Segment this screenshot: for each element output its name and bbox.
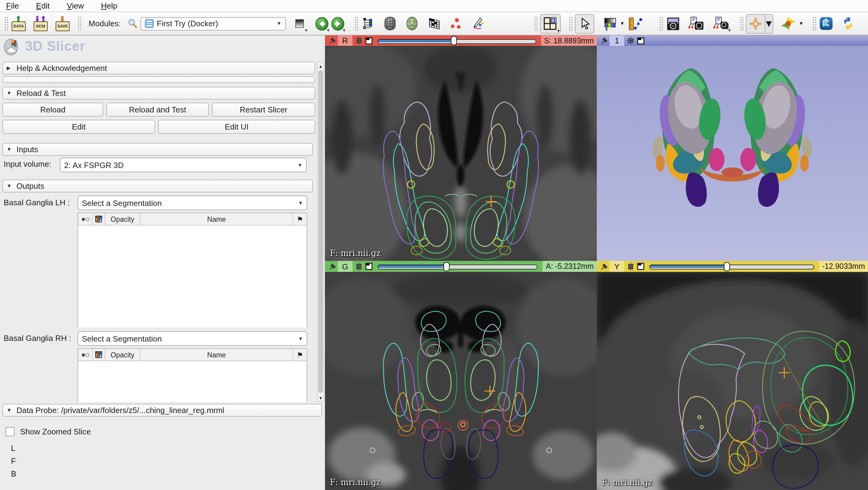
slider-handle[interactable] [451,36,457,45]
green-slice-slider[interactable] [377,264,538,269]
lh-table-body[interactable] [78,225,307,328]
toolbar-drag-handle[interactable] [354,16,359,31]
red-slice-slider[interactable] [377,38,536,43]
threed-view-menu-button[interactable]: 1 [610,35,624,46]
maximize-view-icon[interactable] [365,37,373,44]
extensions-puzzle-icon [819,17,833,31]
menu-help[interactable]: Help [101,1,126,10]
help-acknowledgement-section[interactable]: ▶ Help & Acknowledgement [2,62,315,74]
input-volume-selector[interactable]: 2: Ax FSPGR 3D ▼ [60,158,307,172]
layout-selector-button[interactable]: ▼ [540,14,561,33]
menu-edit[interactable]: Edit [36,1,58,10]
reload-test-section[interactable]: ▼ Reload & Test [2,87,315,100]
scroll-down-icon[interactable]: ▼ [318,394,324,401]
crosshair-menu-button[interactable]: ▼ [765,14,773,33]
toolbar-drag-handle[interactable] [569,16,573,31]
chevron-down-icon: ▼ [298,336,303,341]
edit-ui-button[interactable]: Edit UI [158,120,315,134]
module-forward-button[interactable]: ▼ [330,15,346,32]
outputs-section[interactable]: ▼ Outputs [2,180,313,192]
slider-handle[interactable] [724,262,730,271]
threed-view[interactable] [597,46,868,261]
toolbar-drag-handle[interactable] [4,16,8,31]
models-module-button[interactable] [404,15,420,32]
toolbar-drag-handle[interactable] [534,16,538,31]
scrollbar-thumb[interactable] [318,70,323,393]
toolbar-drag-handle[interactable] [78,16,82,31]
pin-icon[interactable] [601,37,608,44]
restart-slicer-button[interactable]: Restart Slicer [212,103,315,117]
scene-view-capture-button[interactable] [687,15,705,32]
screenshot-button[interactable] [665,15,681,32]
slice-visibility-icon[interactable] [355,263,363,270]
scripted-module-icon [145,19,154,28]
chevron-down-icon[interactable]: ▼ [620,21,625,26]
yellow-view-menu-button[interactable]: Y [610,261,624,272]
four-up-layout-icon [544,17,557,30]
rh-table-body[interactable] [78,361,307,402]
maximize-view-icon[interactable] [637,37,645,44]
green-slice-offset: A: -5.2312mm [543,261,597,272]
crosshair-icon [749,17,762,30]
data-probe-section[interactable]: ▼ Data Probe: /private/var/folders/z5/..… [2,404,322,417]
reload-and-test-button[interactable]: Reload and Test [106,103,209,117]
input-volume-row: Input volume: [4,159,51,169]
bg-rh-selector[interactable]: Select a Segmentation ▼ [78,331,307,346]
save-button[interactable]: ⬇ SAVE [54,15,70,32]
module-selector[interactable]: First Try (Docker) ▼ [141,17,286,30]
transforms-module-button[interactable] [426,15,442,32]
module-search-button[interactable] [125,15,141,32]
slider-handle[interactable] [443,262,450,271]
extensions-manager-button[interactable] [818,15,834,32]
reload-button[interactable]: Reload [2,103,103,117]
panel-scrollbar[interactable]: ▲ ▼ [317,62,324,402]
dicom-button[interactable]: ⬇⬆ DCM [32,15,48,32]
axial-slice-view[interactable]: F: mri.nii.gz [325,46,597,261]
yellow-slice-slider[interactable] [649,264,814,269]
toolbar-drag-handle[interactable] [659,16,663,31]
module-back-button[interactable]: ▼ [314,15,330,32]
toolbar-drag-handle[interactable] [739,16,744,31]
slice-visibility-icon[interactable] [627,263,635,270]
scene-view-restore-button[interactable]: ▼ [711,15,731,32]
annotation-pen-icon [471,17,485,30]
crosshair-button[interactable] [746,14,765,33]
window-level-button[interactable] [600,15,619,32]
green-view-menu-button[interactable]: G [338,261,352,272]
red-view-menu-button[interactable]: R [338,35,352,46]
toolbar-drag-handle[interactable] [812,16,816,31]
inputs-section[interactable]: ▼ Inputs [2,143,313,156]
mouse-interaction-button[interactable] [575,14,594,33]
bg-lh-selector[interactable]: Select a Segmentation ▼ [78,195,307,210]
slice-visibility-icon[interactable] [355,37,363,44]
scroll-up-icon[interactable]: ▲ [318,62,324,70]
show-zoomed-slice-checkbox[interactable] [5,427,15,436]
maximize-view-icon[interactable] [637,263,645,270]
edit-button[interactable]: Edit [2,120,155,134]
menu-view[interactable]: View [67,1,93,10]
python-console-button[interactable] [840,15,856,32]
slice-intersections-button[interactable] [779,15,798,32]
measurements-button[interactable] [626,15,645,32]
chevron-down-icon: ▼ [277,21,282,26]
markups-module-button[interactable] [448,15,464,32]
coronal-slice-view[interactable]: F: mri.nii.gz [325,272,597,490]
pin-icon[interactable] [329,263,336,270]
module-history-button[interactable]: ▼ [292,15,308,32]
module-hierarchy-button[interactable] [361,15,376,32]
sagittal-slice-view[interactable]: F: mri.nii.gz [597,272,868,490]
chevron-down-icon: ▼ [764,18,774,29]
maximize-view-icon[interactable] [365,263,373,270]
pin-icon[interactable] [601,263,608,270]
annotations-module-button[interactable] [470,15,486,32]
help-section-label: Help & Acknowledgement [17,64,107,73]
pin-icon[interactable] [329,37,336,44]
opacity-header: Opacity [105,349,141,361]
volumes-module-button[interactable] [382,15,398,32]
app-title: 3D Slicer [25,38,85,54]
menu-file[interactable]: File [6,1,28,10]
view-center-icon[interactable] [627,37,635,44]
chevron-down-icon[interactable]: ▼ [799,21,804,26]
load-data-button[interactable]: ⬆ DATA [10,15,26,32]
input-volume-label: Input volume: [4,159,51,169]
